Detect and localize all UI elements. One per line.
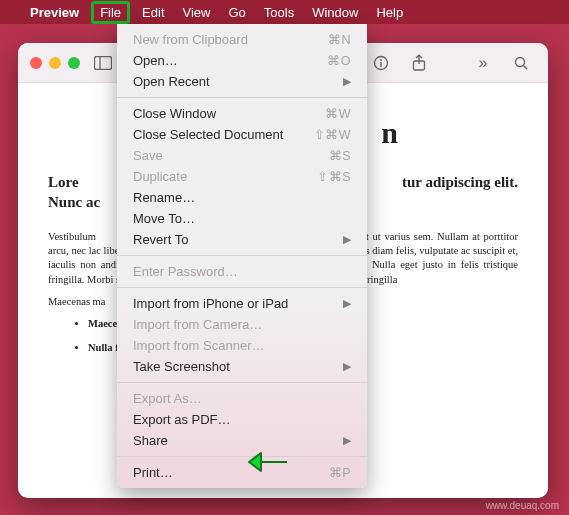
menu-item-label: Enter Password… <box>133 264 351 279</box>
menu-shortcut: ⌘O <box>327 53 351 68</box>
chevron-right-icon: ▶ <box>343 360 351 373</box>
menu-shortcut: ⇧⌘W <box>314 127 351 142</box>
window-controls <box>30 57 80 69</box>
menubar-edit[interactable]: Edit <box>142 5 164 20</box>
menu-separator <box>117 287 367 288</box>
menu-item-label: Open… <box>133 53 327 68</box>
menu-item-label: Duplicate <box>133 169 317 184</box>
menu-item-open[interactable]: Open…⌘O <box>117 50 367 71</box>
menu-shortcut: ⌘N <box>328 32 351 47</box>
menu-shortcut: ⌘P <box>329 465 351 480</box>
chevron-right-icon: ▶ <box>343 233 351 246</box>
menu-item-import-from-iphone-or-ipad[interactable]: Import from iPhone or iPad▶ <box>117 293 367 314</box>
menu-shortcut: ⌘S <box>329 148 351 163</box>
menubar-window[interactable]: Window <box>312 5 358 20</box>
annotation-arrow-icon <box>247 449 289 479</box>
menu-item-label: Share <box>133 433 343 448</box>
menu-item-label: Close Window <box>133 106 325 121</box>
menu-item-rename[interactable]: Rename… <box>117 187 367 208</box>
menu-item-new-from-clipboard: New from Clipboard⌘N <box>117 29 367 50</box>
menubar-app[interactable]: Preview <box>30 5 79 20</box>
menu-item-label: Close Selected Document <box>133 127 314 142</box>
overflow-icon[interactable]: » <box>468 50 498 76</box>
menu-item-label: Move To… <box>133 211 351 226</box>
menu-item-label: Revert To <box>133 232 343 247</box>
menu-item-import-from-camera: Import from Camera… <box>117 314 367 335</box>
menu-item-print[interactable]: Print…⌘P <box>117 462 367 483</box>
menu-item-label: Take Screenshot <box>133 359 343 374</box>
svg-rect-0 <box>95 56 112 69</box>
menu-item-share[interactable]: Share▶ <box>117 430 367 451</box>
sidebar-toggle-icon[interactable] <box>88 50 118 76</box>
fullscreen-window-button[interactable] <box>68 57 80 69</box>
menu-item-label: Open Recent <box>133 74 343 89</box>
svg-point-7 <box>516 57 525 66</box>
chevron-right-icon: ▶ <box>343 75 351 88</box>
menu-item-save: Save⌘S <box>117 145 367 166</box>
menu-shortcut: ⌘W <box>325 106 351 121</box>
minimize-window-button[interactable] <box>49 57 61 69</box>
menu-item-label: Export as PDF… <box>133 412 351 427</box>
svg-rect-4 <box>380 62 381 67</box>
menu-item-label: Print… <box>133 465 329 480</box>
menu-item-open-recent[interactable]: Open Recent▶ <box>117 71 367 92</box>
share-icon[interactable] <box>404 50 434 76</box>
menu-item-take-screenshot[interactable]: Take Screenshot▶ <box>117 356 367 377</box>
menu-separator <box>117 255 367 256</box>
watermark: www.deuaq.com <box>486 500 559 511</box>
menu-item-label: Import from iPhone or iPad <box>133 296 343 311</box>
file-menu-dropdown: New from Clipboard⌘NOpen…⌘OOpen Recent▶C… <box>117 24 367 488</box>
menubar-file[interactable]: File <box>91 1 130 24</box>
menu-separator <box>117 97 367 98</box>
menu-item-close-window[interactable]: Close Window⌘W <box>117 103 367 124</box>
menu-item-label: Save <box>133 148 329 163</box>
menu-item-label: Import from Scanner… <box>133 338 351 353</box>
menu-item-label: Import from Camera… <box>133 317 351 332</box>
menubar-tools[interactable]: Tools <box>264 5 294 20</box>
menu-separator <box>117 382 367 383</box>
info-icon[interactable] <box>366 50 396 76</box>
menu-item-label: Export As… <box>133 391 351 406</box>
menu-item-export-as-pdf[interactable]: Export as PDF… <box>117 409 367 430</box>
search-icon[interactable] <box>506 50 536 76</box>
svg-point-3 <box>380 59 382 61</box>
close-window-button[interactable] <box>30 57 42 69</box>
menubar: Preview File Edit View Go Tools Window H… <box>0 0 569 24</box>
chevron-right-icon: ▶ <box>343 297 351 310</box>
menu-item-enter-password: Enter Password… <box>117 261 367 282</box>
chevron-right-icon: ▶ <box>343 434 351 447</box>
svg-line-8 <box>524 65 528 69</box>
menu-item-label: Rename… <box>133 190 351 205</box>
menubar-go[interactable]: Go <box>228 5 245 20</box>
menubar-help[interactable]: Help <box>376 5 403 20</box>
menu-item-revert-to[interactable]: Revert To▶ <box>117 229 367 250</box>
menu-item-close-selected-document[interactable]: Close Selected Document⇧⌘W <box>117 124 367 145</box>
menu-item-duplicate: Duplicate⇧⌘S <box>117 166 367 187</box>
menu-item-import-from-scanner: Import from Scanner… <box>117 335 367 356</box>
menu-item-move-to[interactable]: Move To… <box>117 208 367 229</box>
menu-item-label: New from Clipboard <box>133 32 328 47</box>
menu-shortcut: ⇧⌘S <box>317 169 351 184</box>
menu-separator <box>117 456 367 457</box>
menubar-view[interactable]: View <box>183 5 211 20</box>
menu-item-export-as: Export As… <box>117 388 367 409</box>
